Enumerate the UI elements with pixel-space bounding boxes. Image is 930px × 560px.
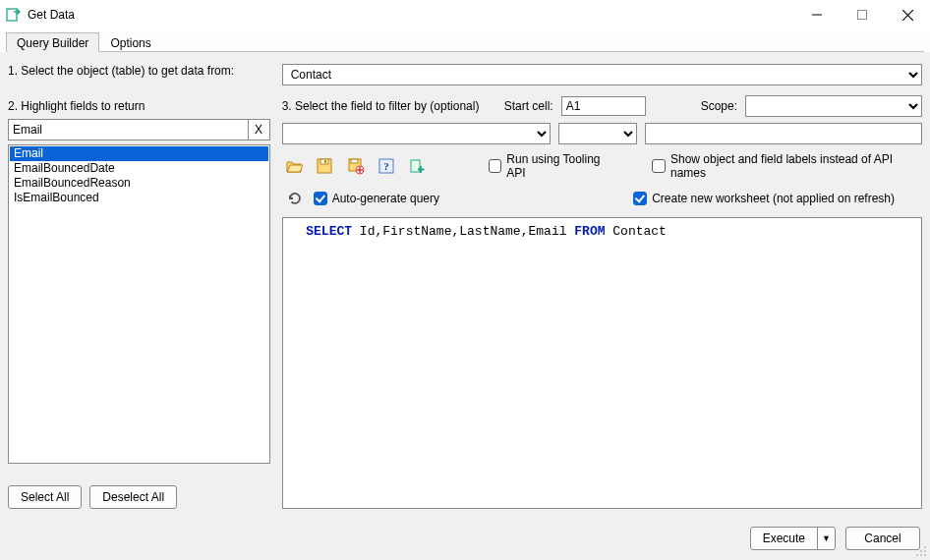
svg-text:?: ? [383,160,389,172]
tab-options[interactable]: Options [99,32,161,52]
field-item[interactable]: EmailBouncedDate [10,161,268,176]
svg-rect-7 [324,160,326,163]
step3-label: 3. Select the field to filter by (option… [282,99,489,113]
execute-button[interactable]: Execute ▼ [750,527,836,550]
start-cell-input[interactable] [561,96,646,116]
scope-label: Scope: [701,99,737,113]
svg-rect-0 [7,9,17,21]
svg-point-17 [916,554,918,556]
new-worksheet-checkbox[interactable]: Create new worksheet (not applied on ref… [633,192,895,205]
maximize-button[interactable] [840,0,885,29]
app-icon [6,7,22,23]
help-icon[interactable]: ? [374,153,398,179]
close-button[interactable] [885,0,930,29]
svg-point-14 [924,546,926,548]
add-icon[interactable] [404,153,429,179]
step2-label: 2. Highlight fields to return [8,99,270,113]
save-new-icon[interactable] [343,153,368,179]
show-labels-checkbox[interactable]: Show object and field labels instead of … [652,152,922,180]
cancel-button[interactable]: Cancel [845,527,920,550]
resize-grip[interactable] [913,543,927,557]
filter-value-input[interactable] [645,123,922,144]
filter-field-select[interactable] [282,123,552,144]
deselect-all-button[interactable]: Deselect All [89,485,177,509]
refresh-icon[interactable] [282,186,308,211]
open-icon[interactable] [282,153,307,179]
field-item[interactable]: Email [10,146,268,161]
svg-point-15 [920,550,922,552]
save-icon[interactable] [313,153,337,179]
scope-select[interactable] [745,95,922,117]
execute-dropdown[interactable]: ▼ [817,528,835,549]
field-filter-input[interactable] [8,119,249,140]
fields-listbox[interactable]: EmailEmailBouncedDateEmailBouncedReasonI… [8,144,270,464]
tab-query-builder[interactable]: Query Builder [6,32,99,52]
svg-point-18 [920,554,922,556]
tooling-api-checkbox[interactable]: Run using Tooling API [489,152,617,180]
autogen-checkbox[interactable]: Auto-generate query [314,192,439,205]
filter-operator-select[interactable] [558,123,637,144]
select-all-button[interactable]: Select All [8,485,82,509]
field-item[interactable]: IsEmailBounced [10,191,268,205]
svg-rect-2 [858,11,867,20]
svg-point-19 [924,554,926,556]
svg-rect-9 [351,159,358,163]
svg-point-16 [924,550,926,552]
start-cell-label: Start cell: [504,99,553,113]
field-item[interactable]: EmailBouncedReason [10,176,268,191]
clear-filter-button[interactable]: X [249,119,270,140]
window-title: Get Data [28,8,75,22]
object-select[interactable]: Contact [282,64,922,85]
minimize-button[interactable] [794,0,840,29]
query-textarea[interactable]: SELECT Id,FirstName,LastName,Email FROM … [282,217,922,509]
step1-label: 1. Select the object (table) to get data… [8,64,270,78]
